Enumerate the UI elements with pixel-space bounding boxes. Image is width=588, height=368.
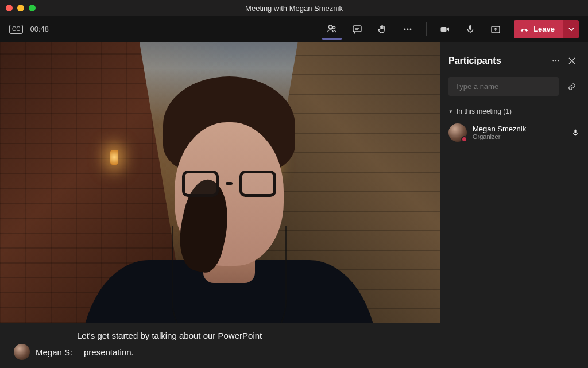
svg-point-10: [555, 60, 556, 61]
participant-mic-status[interactable]: [571, 128, 580, 137]
live-captions: Let's get started by talking about our P…: [0, 323, 440, 369]
close-icon: [568, 57, 576, 65]
chat-button[interactable]: [347, 19, 368, 40]
leave-button[interactable]: Leave: [514, 20, 563, 38]
chevron-down-icon: [568, 26, 575, 33]
svg-point-0: [329, 25, 332, 29]
leave-options-button[interactable]: [563, 20, 579, 38]
meeting-elapsed-time: 00:48: [30, 25, 49, 33]
window-title: Meeting with Megan Smeznik: [0, 4, 588, 13]
participant-name: Megan Smeznik: [473, 125, 565, 134]
caption-line: Let's get started by talking about our P…: [77, 328, 427, 343]
svg-point-9: [552, 60, 554, 61]
section-label: In this meeting (1): [457, 107, 512, 115]
svg-rect-12: [574, 129, 576, 133]
svg-rect-6: [441, 27, 447, 32]
caret-down-icon: ▼: [448, 109, 453, 114]
share-invite-button[interactable]: [563, 77, 580, 96]
titlebar: Meeting with Megan Smeznik: [0, 0, 588, 16]
mic-toggle-button[interactable]: [460, 19, 481, 40]
video-stage: Let's get started by talking about our P…: [0, 42, 440, 368]
camera-toggle-button[interactable]: [435, 19, 455, 40]
svg-point-11: [558, 60, 559, 61]
svg-rect-7: [469, 25, 471, 30]
share-tray-icon: [490, 24, 501, 35]
close-window-button[interactable]: [6, 5, 13, 11]
section-header-in-meeting[interactable]: ▼ In this meeting (1): [448, 107, 580, 115]
microphone-icon: [571, 128, 580, 137]
more-actions-button[interactable]: [397, 19, 418, 40]
participant-row[interactable]: Megan Smeznik Organizer: [448, 120, 580, 145]
svg-point-1: [332, 26, 335, 28]
toolbar-separator: [426, 22, 427, 36]
meeting-toolbar: CC 00:48: [0, 16, 588, 42]
caption-speaker-avatar: [14, 344, 30, 360]
fullscreen-window-button[interactable]: [29, 5, 36, 11]
microphone-icon: [465, 24, 476, 35]
caption-speaker-name: Megan S:: [36, 347, 78, 357]
raise-hand-button[interactable]: [372, 19, 393, 40]
panel-title: Participants: [448, 56, 548, 66]
panel-more-button[interactable]: [548, 53, 564, 69]
caption-line: presentation.: [84, 347, 134, 357]
closed-captions-indicator[interactable]: CC: [9, 25, 23, 34]
camera-icon: [439, 24, 451, 35]
svg-point-4: [407, 28, 409, 30]
window-controls: [6, 5, 36, 11]
chat-icon: [351, 24, 363, 35]
participant-role: Organizer: [473, 133, 565, 141]
svg-rect-2: [353, 26, 361, 32]
main-area: Let's get started by talking about our P…: [0, 42, 588, 368]
ellipsis-icon: [402, 24, 413, 35]
leave-button-label: Leave: [533, 25, 555, 33]
presence-badge: [461, 136, 467, 142]
raise-hand-icon: [377, 24, 388, 35]
hang-up-icon: [520, 25, 529, 34]
share-screen-button[interactable]: [485, 19, 506, 40]
panel-close-button[interactable]: [564, 53, 580, 69]
svg-point-5: [410, 28, 412, 30]
participant-search-input[interactable]: [448, 77, 559, 96]
people-icon: [326, 23, 338, 34]
minimize-window-button[interactable]: [17, 5, 24, 11]
link-icon: [567, 82, 577, 92]
svg-point-3: [404, 28, 406, 30]
participants-panel: Participants ▼ In this meeting (1): [440, 42, 588, 368]
avatar: [448, 123, 467, 142]
ellipsis-icon: [551, 56, 561, 66]
participants-button[interactable]: [322, 19, 342, 40]
